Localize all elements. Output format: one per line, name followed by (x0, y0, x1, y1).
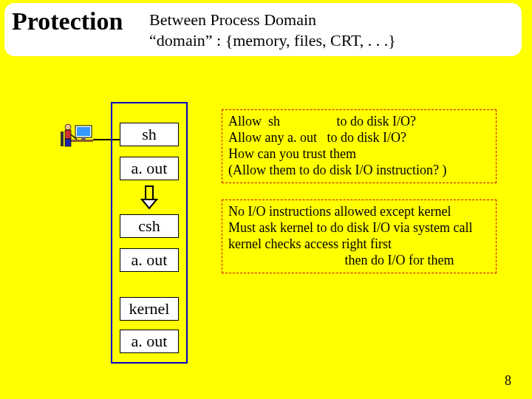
slide-title: Protection (12, 7, 123, 35)
down-arrow-icon (140, 185, 158, 210)
svg-marker-11 (142, 200, 157, 208)
header-bar: Protection Between Process Domain “domai… (4, 3, 522, 56)
answer-line-3: kernel checks access right first (228, 236, 490, 252)
question-line-1: Allow sh to do disk I/O? (228, 113, 490, 129)
questions-box: Allow sh to do disk I/O? Allow any a. ou… (222, 109, 497, 183)
svg-rect-6 (65, 139, 71, 146)
svg-rect-5 (65, 130, 71, 139)
question-line-4: (Allow them to do disk I/O instruction? … (228, 162, 490, 178)
subtitle-line-1: Between Process Domain (149, 10, 316, 30)
process-box-csh: csh (120, 214, 179, 238)
question-line-2: Allow any a. out to do disk I/O? (228, 129, 490, 146)
question-line-3: How can you trust them (228, 146, 490, 162)
answer-line-4: then do I/O for them (228, 252, 490, 268)
svg-rect-3 (69, 140, 93, 142)
svg-point-4 (65, 124, 71, 130)
process-box-aout-2: a. out (120, 248, 179, 272)
svg-rect-7 (61, 132, 64, 146)
page-number: 8 (505, 373, 511, 389)
svg-rect-2 (81, 137, 86, 140)
answer-line-2: Must ask kernel to do disk I/O via syste… (228, 219, 490, 236)
answers-box: No I/O instructions allowed except kerne… (222, 200, 497, 273)
process-box-sh: sh (120, 123, 179, 146)
process-box-kernel: kernel (120, 297, 179, 321)
subtitle-line-2: “domain” : {memory, files, CRT, . . .} (149, 31, 396, 50)
process-box-aout-1: a. out (120, 157, 179, 180)
process-box-aout-3: a. out (120, 330, 179, 353)
answer-line-1: No I/O instructions allowed except kerne… (228, 203, 490, 219)
svg-rect-1 (77, 127, 90, 136)
svg-rect-10 (146, 186, 153, 200)
user-at-computer-icon (59, 117, 95, 152)
